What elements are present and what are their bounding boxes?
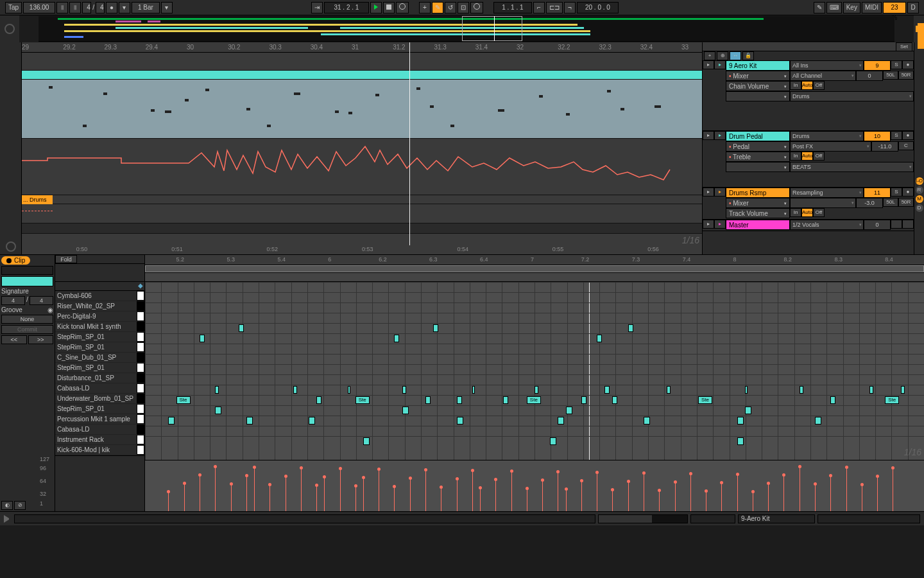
midi-note[interactable] [581,396,586,404]
track-fold-icon[interactable]: ▸ [703,60,714,69]
clip-label-drums-rsmp[interactable]: ... Drums R [22,195,53,204]
piano-key[interactable] [137,332,144,342]
clip-name-field[interactable] [1,266,53,275]
midi-note[interactable] [558,417,564,425]
lane-master[interactable] [22,223,702,234]
velocity-stem[interactable] [231,484,232,511]
velocity-stem[interactable] [768,484,769,511]
velocity-stem[interactable] [480,488,481,511]
quantize-field[interactable]: 1 Bar [132,2,160,13]
track-routing[interactable]: All Ins [790,60,864,71]
velocity-stem[interactable] [644,473,644,511]
monitor-in[interactable]: In [790,81,801,90]
pan-l[interactable]: C [898,141,914,150]
midi-note-editor[interactable]: 5.25.35.466.26.36.477.27.37.488.28.38.4 … [145,255,924,511]
track-header[interactable]: ▸▸Drums RsmpResampling11S●• Mixer▾-3.050… [703,188,914,220]
overdub-button[interactable]: + [419,2,431,13]
velocity-stem[interactable] [893,468,893,511]
midi-note[interactable] [200,335,205,342]
midi-note[interactable] [246,417,253,425]
monitor-off[interactable]: Off [813,81,825,90]
velocity-stem[interactable] [877,477,878,511]
piano-key[interactable] [137,301,144,311]
track-header[interactable]: ▸▸Master1/2 Vocals0 [703,220,914,231]
punch-out-button[interactable]: ¬ [564,2,576,13]
monitor-auto[interactable]: Auto [801,81,813,90]
velocity-stem[interactable] [511,471,512,511]
piano-key[interactable] [137,383,144,393]
timesig-num[interactable]: 4 [82,2,91,13]
pan-r[interactable]: 50R [898,198,914,207]
track-name[interactable]: Drums Rsmp [726,188,790,198]
arrangement-overview[interactable] [38,16,894,42]
midi-note[interactable] [309,417,315,425]
automation-mode-button[interactable]: ↔ [730,51,741,60]
scale-marker-icon[interactable]: ◆ [138,282,143,289]
session-record-button[interactable] [470,2,483,13]
clip-sig-num[interactable]: 4 [1,296,25,305]
solo-button[interactable] [891,220,902,229]
velocity-stem[interactable] [168,492,169,511]
automation-arm-button[interactable]: ✎ [432,2,443,13]
velocity-stem[interactable] [830,476,831,511]
arm-button[interactable]: ● [902,60,914,69]
midi-note[interactable] [215,386,219,394]
track-header[interactable]: ▸▸9 Aero KitAll Ins9S●• Mixer▾All Channe… [703,60,914,131]
metronome-button[interactable]: ● [106,2,117,13]
clip-scrub[interactable] [145,273,924,282]
velocity-stem[interactable] [394,487,395,511]
velocity-stem[interactable] [862,485,862,511]
nudge-left-button[interactable]: << [1,335,27,344]
velocity-stem[interactable] [612,490,613,511]
device-param-name[interactable]: ▾ [726,91,790,101]
velocity-stem[interactable] [316,486,317,511]
routing-field[interactable]: Drums [790,91,914,101]
midi-note[interactable] [239,324,244,332]
device-param-name[interactable]: • Mixer▾ [726,198,790,208]
pan-r[interactable]: 50R [898,71,914,80]
velocity-stem[interactable] [675,482,676,511]
midi-note[interactable] [604,386,610,394]
device-param-name[interactable]: Chain Volume▾ [726,81,790,91]
metronome-menu[interactable]: ▾ [119,2,130,13]
velocity-stem[interactable] [659,491,660,511]
piano-key[interactable] [137,445,144,455]
play-button[interactable] [370,2,382,13]
add-track-button[interactable]: + [704,51,715,60]
track-activator[interactable]: 10 [864,131,891,141]
lane-row[interactable]: Percussion Mkit 1 sample [55,414,144,425]
groove-value[interactable]: None [1,315,53,324]
piano-key[interactable] [137,311,144,321]
midi-note[interactable] [737,417,744,425]
velocity-stem[interactable] [721,483,722,511]
nudge-up-button[interactable]: ⦀ [69,2,81,13]
midi-note[interactable] [550,437,556,445]
track-launch-icon[interactable]: ▸ [714,60,726,69]
monitor-auto[interactable]: Auto [801,152,813,161]
midi-note[interactable] [901,386,905,394]
solo-button[interactable]: S [891,188,902,197]
edge-io[interactable]: I-O [916,177,923,185]
velocity-stem[interactable] [800,467,800,511]
track-name[interactable]: Drum Pedal [726,131,790,141]
pan-l[interactable]: 50L [883,71,898,80]
tap-tempo-button[interactable]: Tap [5,2,22,13]
commit-button[interactable]: Commit [1,325,53,334]
track-launch-icon[interactable]: ▸ [714,131,726,140]
velocity-stem[interactable] [846,468,847,511]
edge-m[interactable]: M [916,195,923,203]
midi-note[interactable] [425,396,431,404]
velocity-stem[interactable] [301,468,302,511]
edge-r[interactable]: R [916,186,923,194]
pan-l[interactable]: 50L [883,198,898,207]
velocity-stem[interactable] [379,469,379,511]
velocity-stem[interactable] [581,481,582,511]
device-param-name[interactable]: ▾ [726,162,790,172]
lane-row[interactable]: C_Sine_Dub_01_SP [55,353,144,363]
velocity-stem[interactable] [200,475,200,511]
velocity-stem[interactable] [527,489,527,511]
lane-row[interactable]: StepRim_SP_01 [55,363,144,373]
midi-note[interactable] [363,437,370,445]
monitor-off[interactable]: Off [813,152,825,161]
midi-note[interactable] [316,396,321,404]
